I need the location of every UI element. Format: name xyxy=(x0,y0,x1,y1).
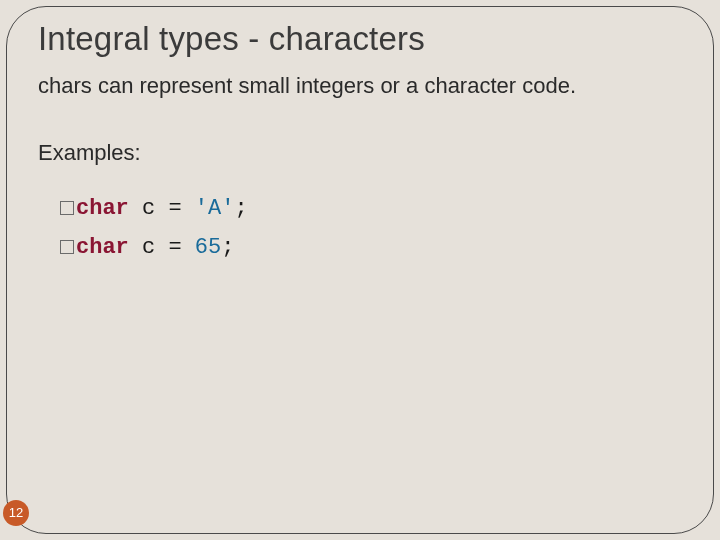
slide-content: Integral types - characters chars can re… xyxy=(38,20,682,274)
examples-label: Examples: xyxy=(38,140,682,166)
code-term: ; xyxy=(221,235,234,260)
bullet-icon xyxy=(60,240,74,254)
code-ident: c xyxy=(129,196,169,221)
bullet-icon xyxy=(60,201,74,215)
code-op: = xyxy=(168,235,194,260)
code-line-1: char c = 'A'; xyxy=(38,196,682,221)
page-number-badge: 12 xyxy=(3,500,29,526)
slide-title: Integral types - characters xyxy=(38,20,682,58)
code-keyword: char xyxy=(76,196,129,221)
code-keyword: char xyxy=(76,235,129,260)
slide-paragraph: chars can represent small integers or a … xyxy=(38,72,682,100)
code-literal: 65 xyxy=(195,235,221,260)
code-literal: 'A' xyxy=(195,196,235,221)
code-op: = xyxy=(168,196,194,221)
code-line-2: char c = 65; xyxy=(38,235,682,260)
code-ident: c xyxy=(129,235,169,260)
code-term: ; xyxy=(234,196,247,221)
